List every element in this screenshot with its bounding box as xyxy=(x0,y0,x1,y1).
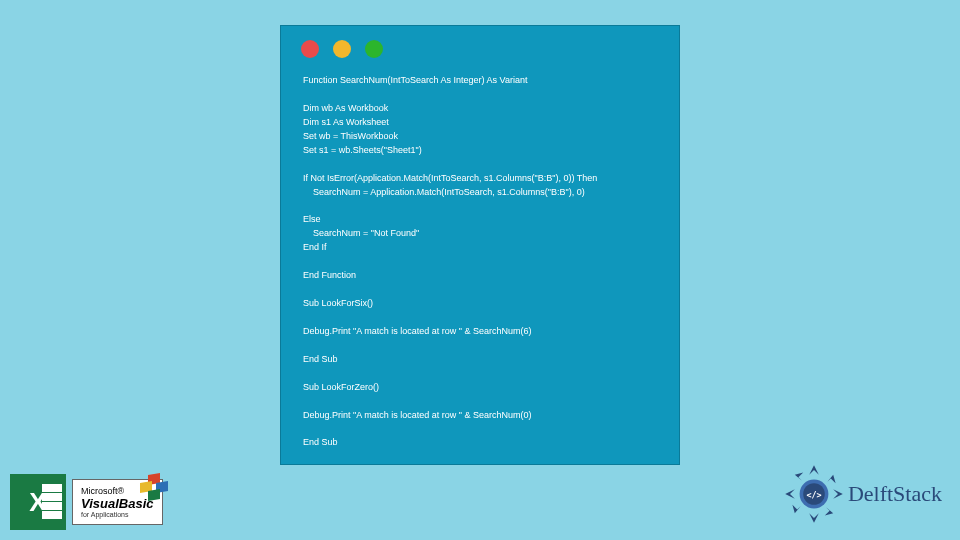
delftstack-badge: </> DelftStack xyxy=(784,464,942,524)
excel-icon: X xyxy=(10,474,66,530)
code-bracket-icon: </> xyxy=(806,490,821,500)
svg-marker-0 xyxy=(809,465,819,475)
svg-marker-1 xyxy=(833,489,843,499)
code-window: Function SearchNum(IntToSearch As Intege… xyxy=(280,25,680,465)
window-titlebar xyxy=(281,26,679,64)
vb-sub-label: for Applications xyxy=(81,511,154,518)
excel-sheet-icon xyxy=(42,484,62,520)
svg-marker-2 xyxy=(809,513,819,523)
delftstack-label: DelftStack xyxy=(848,481,942,507)
excel-vba-badge: X Microsoft® VisualBasic for Application… xyxy=(10,474,163,530)
visual-basic-badge: Microsoft® VisualBasic for Applications xyxy=(72,479,163,525)
minimize-icon[interactable] xyxy=(333,40,351,58)
delftstack-logo-icon: </> xyxy=(784,464,844,524)
maximize-icon[interactable] xyxy=(365,40,383,58)
svg-marker-3 xyxy=(785,489,795,499)
code-content: Function SearchNum(IntToSearch As Intege… xyxy=(281,64,679,460)
svg-marker-7 xyxy=(795,472,803,480)
svg-marker-4 xyxy=(827,475,835,483)
close-icon[interactable] xyxy=(301,40,319,58)
svg-marker-6 xyxy=(792,505,800,513)
vb-cubes-icon xyxy=(140,474,174,500)
svg-marker-5 xyxy=(825,507,833,515)
